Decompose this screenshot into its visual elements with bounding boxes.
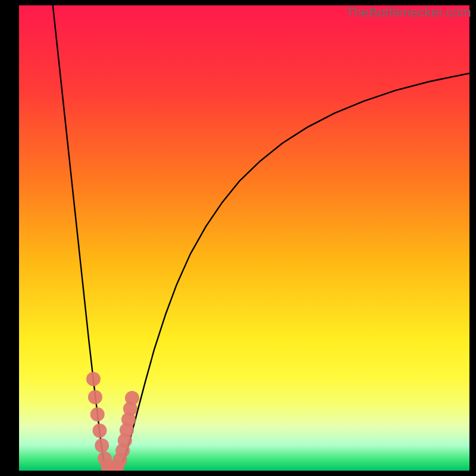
watermark-text: TheBottlenecker.com [346, 5, 471, 20]
bottleneck-curve [53, 5, 469, 471]
curve-marker [90, 407, 105, 421]
plot-area [19, 5, 469, 471]
curves-layer [19, 5, 469, 471]
curve-marker [86, 372, 101, 386]
outer-frame: TheBottlenecker.com [0, 0, 476, 476]
curve-marker [88, 390, 102, 404]
curve-marker [125, 391, 139, 405]
curve-marker [93, 424, 107, 438]
curve-marker [95, 439, 109, 453]
